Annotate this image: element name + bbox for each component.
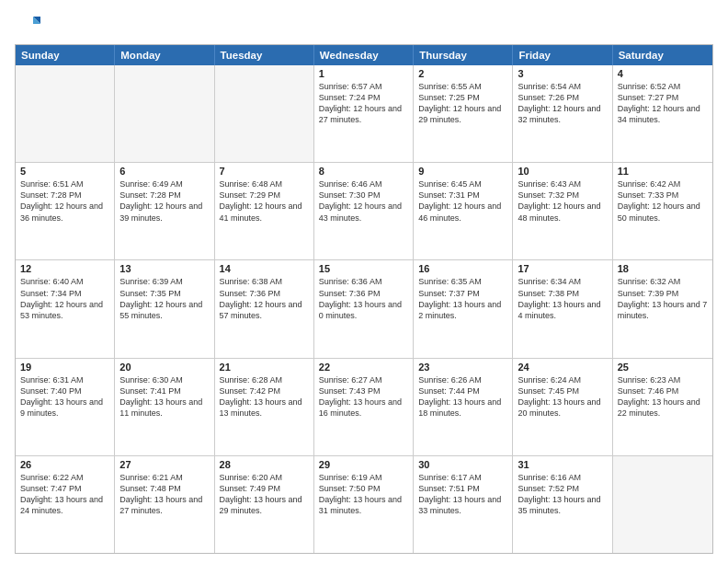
day-info: Sunrise: 6:45 AM Sunset: 7:31 PM Dayligh…: [418, 178, 507, 224]
day-number: 21: [220, 362, 309, 373]
logo-icon: [15, 11, 40, 37]
calendar-cell-r1c3: 8Sunrise: 6:46 AM Sunset: 7:30 PM Daylig…: [314, 163, 414, 259]
day-number: 22: [319, 362, 408, 373]
calendar-header: SundayMondayTuesdayWednesdayThursdayFrid…: [16, 45, 712, 65]
calendar-cell-r4c3: 29Sunrise: 6:19 AM Sunset: 7:50 PM Dayli…: [314, 456, 414, 553]
day-number: 19: [20, 362, 109, 373]
day-info: Sunrise: 6:26 AM Sunset: 7:44 PM Dayligh…: [418, 374, 507, 419]
day-info: Sunrise: 6:36 AM Sunset: 7:36 PM Dayligh…: [319, 276, 408, 321]
calendar-cell-r0c5: 3Sunrise: 6:54 AM Sunset: 7:26 PM Daylig…: [513, 65, 612, 162]
day-info: Sunrise: 6:49 AM Sunset: 7:28 PM Dayligh…: [119, 178, 209, 224]
day-info: Sunrise: 6:46 AM Sunset: 7:30 PM Dayligh…: [319, 178, 408, 224]
calendar-cell-r2c0: 12Sunrise: 6:40 AM Sunset: 7:34 PM Dayli…: [16, 260, 115, 357]
day-number: 15: [319, 263, 408, 274]
calendar-cell-r0c6: 4Sunrise: 6:52 AM Sunset: 7:27 PM Daylig…: [613, 65, 712, 162]
day-info: Sunrise: 6:35 AM Sunset: 7:37 PM Dayligh…: [418, 276, 507, 321]
calendar-cell-r4c1: 27Sunrise: 6:21 AM Sunset: 7:48 PM Dayli…: [115, 456, 214, 553]
day-number: 27: [119, 459, 209, 470]
calendar-cell-r0c1: [115, 65, 214, 162]
day-info: Sunrise: 6:16 AM Sunset: 7:52 PM Dayligh…: [518, 472, 607, 517]
day-number: 10: [518, 166, 607, 177]
day-number: 20: [119, 362, 209, 373]
calendar-cell-r2c4: 16Sunrise: 6:35 AM Sunset: 7:37 PM Dayli…: [414, 260, 513, 357]
calendar-row-2: 12Sunrise: 6:40 AM Sunset: 7:34 PM Dayli…: [16, 259, 712, 357]
calendar-cell-r3c1: 20Sunrise: 6:30 AM Sunset: 7:41 PM Dayli…: [115, 359, 214, 455]
calendar-cell-r0c3: 1Sunrise: 6:57 AM Sunset: 7:24 PM Daylig…: [314, 65, 414, 162]
day-info: Sunrise: 6:30 AM Sunset: 7:41 PM Dayligh…: [119, 374, 209, 419]
day-info: Sunrise: 6:31 AM Sunset: 7:40 PM Dayligh…: [20, 374, 109, 419]
day-number: 17: [518, 263, 607, 274]
day-number: 26: [20, 459, 109, 470]
day-number: 2: [418, 68, 507, 79]
calendar-cell-r4c6: [613, 456, 712, 553]
calendar-cell-r3c6: 25Sunrise: 6:23 AM Sunset: 7:46 PM Dayli…: [613, 359, 712, 455]
day-number: 11: [618, 166, 708, 177]
calendar-cell-r1c0: 5Sunrise: 6:51 AM Sunset: 7:28 PM Daylig…: [16, 163, 115, 259]
day-number: 1: [319, 68, 408, 79]
calendar-cell-r0c4: 2Sunrise: 6:55 AM Sunset: 7:25 PM Daylig…: [414, 65, 513, 162]
day-info: Sunrise: 6:22 AM Sunset: 7:47 PM Dayligh…: [20, 472, 109, 517]
day-number: 31: [518, 459, 607, 470]
header-day-monday: Monday: [115, 45, 214, 65]
calendar-cell-r0c0: [16, 65, 115, 162]
day-number: 3: [518, 68, 607, 79]
header: [15, 11, 713, 37]
calendar-cell-r1c2: 7Sunrise: 6:48 AM Sunset: 7:29 PM Daylig…: [215, 163, 314, 259]
calendar-cell-r3c4: 23Sunrise: 6:26 AM Sunset: 7:44 PM Dayli…: [414, 359, 513, 455]
calendar-cell-r3c5: 24Sunrise: 6:24 AM Sunset: 7:45 PM Dayli…: [513, 359, 612, 455]
day-number: 30: [418, 459, 507, 470]
calendar-cell-r4c2: 28Sunrise: 6:20 AM Sunset: 7:49 PM Dayli…: [215, 456, 314, 553]
day-number: 16: [418, 263, 507, 274]
day-info: Sunrise: 6:27 AM Sunset: 7:43 PM Dayligh…: [319, 374, 408, 419]
calendar-cell-r1c4: 9Sunrise: 6:45 AM Sunset: 7:31 PM Daylig…: [414, 163, 513, 259]
calendar-row-1: 5Sunrise: 6:51 AM Sunset: 7:28 PM Daylig…: [16, 162, 712, 259]
calendar-cell-r4c5: 31Sunrise: 6:16 AM Sunset: 7:52 PM Dayli…: [513, 456, 612, 553]
day-info: Sunrise: 6:43 AM Sunset: 7:32 PM Dayligh…: [518, 178, 607, 224]
calendar-cell-r2c6: 18Sunrise: 6:32 AM Sunset: 7:39 PM Dayli…: [613, 260, 712, 357]
day-number: 14: [220, 263, 309, 274]
calendar-cell-r1c6: 11Sunrise: 6:42 AM Sunset: 7:33 PM Dayli…: [613, 163, 712, 259]
day-info: Sunrise: 6:48 AM Sunset: 7:29 PM Dayligh…: [220, 178, 309, 224]
calendar-cell-r4c0: 26Sunrise: 6:22 AM Sunset: 7:47 PM Dayli…: [16, 456, 115, 553]
calendar-cell-r2c2: 14Sunrise: 6:38 AM Sunset: 7:36 PM Dayli…: [215, 260, 314, 357]
header-day-friday: Friday: [513, 45, 612, 65]
day-number: 25: [618, 362, 708, 373]
day-info: Sunrise: 6:28 AM Sunset: 7:42 PM Dayligh…: [220, 374, 309, 419]
day-number: 6: [119, 166, 209, 177]
day-info: Sunrise: 6:54 AM Sunset: 7:26 PM Dayligh…: [518, 81, 607, 126]
day-number: 18: [618, 263, 708, 274]
day-info: Sunrise: 6:51 AM Sunset: 7:28 PM Dayligh…: [20, 178, 109, 224]
day-info: Sunrise: 6:20 AM Sunset: 7:49 PM Dayligh…: [220, 472, 309, 517]
header-day-wednesday: Wednesday: [314, 45, 414, 65]
day-number: 4: [618, 68, 708, 79]
calendar: SundayMondayTuesdayWednesdayThursdayFrid…: [15, 44, 713, 554]
calendar-cell-r0c2: [215, 65, 314, 162]
day-number: 24: [518, 362, 607, 373]
day-info: Sunrise: 6:23 AM Sunset: 7:46 PM Dayligh…: [618, 374, 708, 419]
day-info: Sunrise: 6:42 AM Sunset: 7:33 PM Dayligh…: [618, 178, 708, 224]
day-info: Sunrise: 6:21 AM Sunset: 7:48 PM Dayligh…: [119, 472, 209, 517]
calendar-cell-r3c3: 22Sunrise: 6:27 AM Sunset: 7:43 PM Dayli…: [314, 359, 414, 455]
logo: [15, 11, 46, 37]
day-info: Sunrise: 6:38 AM Sunset: 7:36 PM Dayligh…: [220, 276, 309, 321]
calendar-body: 1Sunrise: 6:57 AM Sunset: 7:24 PM Daylig…: [16, 65, 712, 553]
day-number: 13: [119, 263, 209, 274]
calendar-cell-r2c1: 13Sunrise: 6:39 AM Sunset: 7:35 PM Dayli…: [115, 260, 214, 357]
day-info: Sunrise: 6:24 AM Sunset: 7:45 PM Dayligh…: [518, 374, 607, 419]
header-day-sunday: Sunday: [16, 45, 115, 65]
day-number: 8: [319, 166, 408, 177]
day-number: 28: [220, 459, 309, 470]
day-info: Sunrise: 6:52 AM Sunset: 7:27 PM Dayligh…: [618, 81, 708, 126]
day-number: 7: [220, 166, 309, 177]
calendar-row-0: 1Sunrise: 6:57 AM Sunset: 7:24 PM Daylig…: [16, 65, 712, 162]
calendar-row-4: 26Sunrise: 6:22 AM Sunset: 7:47 PM Dayli…: [16, 455, 712, 553]
calendar-cell-r3c0: 19Sunrise: 6:31 AM Sunset: 7:40 PM Dayli…: [16, 359, 115, 455]
day-info: Sunrise: 6:55 AM Sunset: 7:25 PM Dayligh…: [418, 81, 507, 126]
day-info: Sunrise: 6:40 AM Sunset: 7:34 PM Dayligh…: [20, 276, 109, 321]
calendar-cell-r1c5: 10Sunrise: 6:43 AM Sunset: 7:32 PM Dayli…: [513, 163, 612, 259]
header-day-tuesday: Tuesday: [215, 45, 314, 65]
calendar-cell-r1c1: 6Sunrise: 6:49 AM Sunset: 7:28 PM Daylig…: [115, 163, 214, 259]
day-number: 12: [20, 263, 109, 274]
calendar-cell-r4c4: 30Sunrise: 6:17 AM Sunset: 7:51 PM Dayli…: [414, 456, 513, 553]
header-day-saturday: Saturday: [613, 45, 712, 65]
